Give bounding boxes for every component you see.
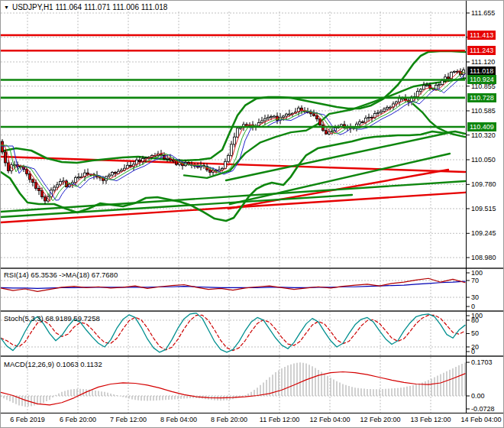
indicator-scale-label: -0.0728 xyxy=(471,405,495,413)
price-tag-111.018: 111.018 xyxy=(467,66,496,76)
time-axis-label: 12 Feb 04:00 xyxy=(305,416,355,423)
price-axis-label: 110.050 xyxy=(471,156,496,164)
time-axis-label: 6 Feb 20:00 xyxy=(53,416,103,423)
indicator-scale-label: 0 xyxy=(471,348,475,355)
time-axis-label: 8 Feb 20:00 xyxy=(204,416,254,423)
indicator-scale-label: 70 xyxy=(471,277,479,284)
price-axis-label: 110.585 xyxy=(471,107,496,115)
price-axis-label: 108.980 xyxy=(471,254,496,261)
rsi-indicator-label: RSI(14) 65.3536 ->MA(18) 67.7680 xyxy=(4,271,118,279)
indicator-scale-label: 50 xyxy=(471,329,479,337)
panel-separator-stoch[interactable] xyxy=(1,310,504,312)
time-axis-label: 12 Feb 20:00 xyxy=(355,416,405,423)
panel-separator-macd[interactable] xyxy=(1,355,504,357)
time-axis-label: 11 Feb 12:00 xyxy=(254,416,305,423)
trading-chart-window: ▼USDJPY,H1 111.064 111.071 111.006 111.0… xyxy=(0,0,504,428)
indicator-scale-label: 80 xyxy=(471,316,479,324)
levels-layer xyxy=(1,35,465,127)
stoch-indicator-label: Stoch(5,3,3) 68.9189 59.7258 xyxy=(4,314,100,323)
price-tag-111.413: 111.413 xyxy=(467,31,496,40)
indicator-scale-label: 0.00 xyxy=(471,392,485,400)
price-axis-label: 111.655 xyxy=(471,9,495,17)
indicator-scale-label: 100 xyxy=(471,269,483,277)
time-axis-label: 7 Feb 12:00 xyxy=(103,416,153,423)
price-axis-label: 109.780 xyxy=(471,180,496,188)
panel-separator-rsi[interactable] xyxy=(1,268,504,269)
price-axis-label: 111.120 xyxy=(471,58,495,66)
bands-layer xyxy=(1,51,465,221)
price-axis-label: 109.515 xyxy=(471,205,496,212)
price-tag-110.924: 110.924 xyxy=(467,75,496,84)
price-axis-label: 110.320 xyxy=(471,131,496,139)
time-axis-label: 6 Feb 2019 xyxy=(2,416,53,423)
price-axis-label: 109.245 xyxy=(471,229,496,237)
time-axis-label: 13 Feb 12:00 xyxy=(405,416,456,423)
price-tag-110.409: 110.409 xyxy=(467,122,496,131)
ohlc-readout: USDJPY,H1 111.064 111.071 111.006 111.01… xyxy=(12,3,168,11)
indicator-scale-label: 30 xyxy=(471,293,479,301)
indicator-scale-label: 0.1703 xyxy=(471,358,493,366)
price-tag-111.243: 111.243 xyxy=(467,46,496,55)
macd-layer xyxy=(1,362,465,407)
macd-indicator-label: MACD(12,26,9) 0.1063 0.1132 xyxy=(4,360,102,368)
time-axis-label: 8 Feb 04:00 xyxy=(153,416,204,423)
price-tag-110.728: 110.728 xyxy=(467,93,496,102)
symbol-dropdown-icon[interactable]: ▼ xyxy=(4,5,9,10)
time-axis-label: 14 Feb 04:00 xyxy=(456,416,504,423)
indicator-scale-label: 0 xyxy=(471,303,475,310)
chart-title: ▼USDJPY,H1 111.064 111.071 111.006 111.0… xyxy=(4,3,167,11)
